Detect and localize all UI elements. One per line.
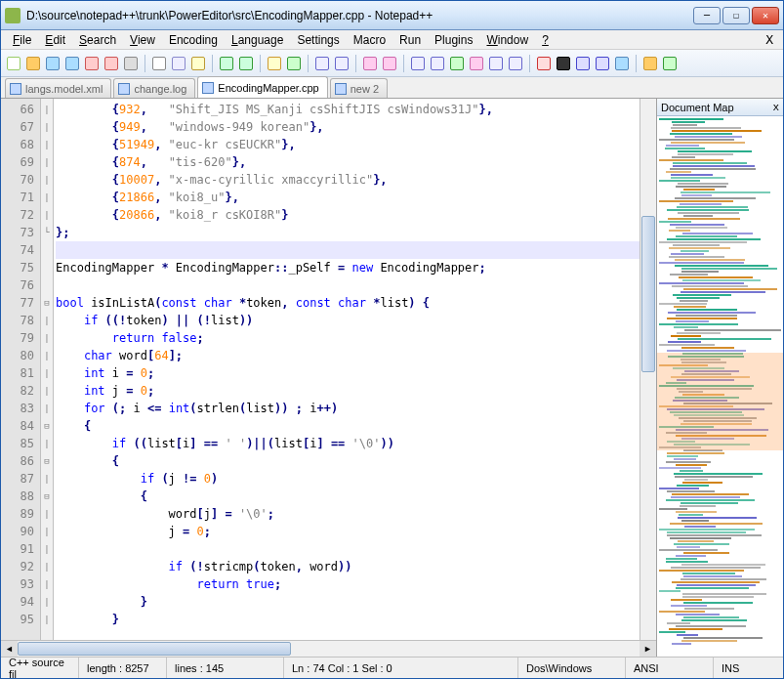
zoom-out-icon[interactable] [333, 55, 351, 72]
vertical-scrollbar[interactable] [640, 99, 656, 640]
sync-v-icon[interactable] [361, 55, 379, 72]
replace-icon[interactable] [285, 55, 303, 72]
document-map-title: Document Map x [657, 99, 783, 116]
indent-guide-icon[interactable] [448, 55, 466, 72]
tab-encodingmapper-cpp[interactable]: EncodingMapper.cpp [197, 76, 327, 98]
status-encoding: ANSI [626, 658, 714, 678]
titlebar: D:\source\notepad++\trunk\PowerEditor\sr… [1, 1, 783, 30]
find-icon[interactable] [266, 55, 283, 72]
doc-map-icon[interactable] [487, 55, 505, 72]
file-icon [10, 83, 21, 95]
tab-langs-model-xml[interactable]: langs.model.xml [5, 78, 111, 98]
tab-label: change.log [134, 83, 186, 95]
save-icon[interactable] [44, 55, 62, 72]
file-icon [202, 82, 214, 94]
status-lines: lines : 145 [167, 658, 284, 678]
zoom-in-icon[interactable] [313, 55, 331, 72]
sync-h-icon[interactable] [381, 55, 398, 72]
menu-settings[interactable]: Settings [290, 31, 346, 49]
menu-run[interactable]: Run [392, 31, 428, 49]
tab-new-2[interactable]: new 2 [330, 78, 388, 98]
status-position: Ln : 74 Col : 1 Sel : 0 [284, 658, 518, 678]
undo-icon[interactable] [218, 55, 235, 72]
menu-view[interactable]: View [123, 31, 162, 49]
status-insert-mode: INS [714, 658, 783, 678]
copy-icon[interactable] [170, 55, 187, 72]
paste-icon[interactable] [189, 55, 207, 72]
document-map-close-button[interactable]: x [772, 101, 779, 113]
status-eol: Dos\Windows [518, 658, 626, 678]
print-icon[interactable] [122, 55, 140, 72]
tab-change-log[interactable]: change.log [113, 78, 195, 98]
statusbar: C++ source fil length : 8257 lines : 145… [1, 657, 783, 678]
status-length: length : 8257 [79, 658, 167, 678]
toolbar [1, 50, 783, 77]
minimize-button[interactable]: ─ [693, 7, 721, 24]
new-file-icon[interactable] [5, 55, 22, 72]
horizontal-scrollbar[interactable]: ◄ ► [1, 640, 656, 657]
mdi-close-button[interactable]: X [765, 32, 773, 47]
func-list-icon[interactable] [507, 55, 524, 72]
close-button[interactable]: ✕ [752, 7, 779, 24]
menu-encoding[interactable]: Encoding [162, 31, 225, 49]
menu-help[interactable]: ? [535, 31, 556, 49]
save-macro-icon[interactable] [613, 55, 631, 72]
scroll-left-arrow[interactable]: ◄ [1, 641, 18, 657]
scrollbar-thumb[interactable] [641, 216, 655, 372]
redo-icon[interactable] [237, 55, 255, 72]
record-icon[interactable] [535, 55, 553, 72]
menu-search[interactable]: Search [72, 31, 123, 49]
cut-icon[interactable] [150, 55, 168, 72]
tab-label: new 2 [351, 83, 379, 95]
menu-file[interactable]: File [6, 31, 38, 49]
tab-label: EncodingMapper.cpp [218, 82, 318, 94]
tab-label: langs.model.xml [25, 83, 103, 95]
user-lang-icon[interactable] [468, 55, 485, 72]
menubar: File Edit Search View Encoding Language … [1, 30, 783, 50]
play-icon[interactable] [574, 55, 592, 72]
wrap-icon[interactable] [409, 55, 427, 72]
file-icon [118, 83, 130, 95]
scroll-right-arrow[interactable]: ► [640, 641, 656, 657]
spell-icon[interactable] [661, 55, 679, 72]
code-content[interactable]: {932, "Shift_JIS MS_Kanji csShiftJIS csW… [54, 99, 640, 640]
play-multi-icon[interactable] [594, 55, 611, 72]
menu-window[interactable]: Window [479, 31, 535, 49]
line-number-gutter: 6667686970717273747576777879808182838485… [1, 99, 40, 640]
status-language: C++ source fil [1, 658, 79, 678]
menu-macro[interactable]: Macro [347, 31, 392, 49]
editor-area: 6667686970717273747576777879808182838485… [1, 99, 656, 657]
maximize-button[interactable]: ☐ [722, 7, 750, 24]
open-icon[interactable] [24, 55, 42, 72]
app-icon [5, 8, 21, 23]
file-icon [335, 83, 347, 95]
save-all-icon[interactable] [63, 55, 81, 72]
window-title: D:\source\notepad++\trunk\PowerEditor\sr… [26, 9, 693, 22]
stop-icon[interactable] [555, 55, 572, 72]
menu-edit[interactable]: Edit [38, 31, 72, 49]
tabbar: langs.model.xmlchange.logEncodingMapper.… [1, 77, 783, 99]
code-view[interactable]: 6667686970717273747576777879808182838485… [1, 99, 656, 640]
close-all-icon[interactable] [103, 55, 120, 72]
menu-plugins[interactable]: Plugins [428, 31, 479, 49]
document-map-panel: Document Map x [656, 99, 783, 657]
menu-language[interactable]: Language [225, 31, 290, 49]
all-chars-icon[interactable] [429, 55, 446, 72]
fold-margin[interactable]: |||||||└⊟||||||⊟|⊟|⊟||||||| [40, 99, 54, 640]
scrollbar-thumb[interactable] [18, 642, 291, 656]
close-icon[interactable] [83, 55, 101, 72]
folder-icon[interactable] [641, 55, 659, 72]
document-map-label: Document Map [661, 102, 734, 113]
document-map-canvas[interactable] [657, 116, 783, 657]
